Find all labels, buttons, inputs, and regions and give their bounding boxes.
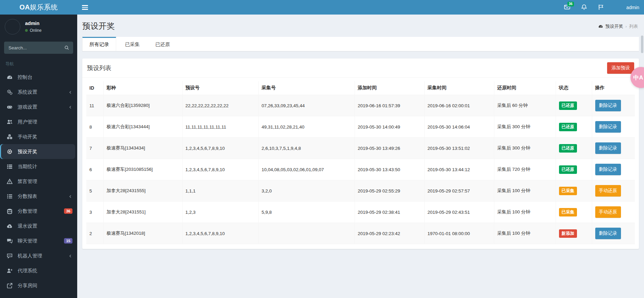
sidebar-count-badge: 36 xyxy=(64,208,72,214)
add-preset-button[interactable]: 添加预设 xyxy=(607,62,634,74)
search-icon[interactable] xyxy=(62,43,72,52)
sidebar-item-分享房间[interactable]: 分享房间 xyxy=(0,278,77,293)
sidebar-count-badge: 15 xyxy=(64,238,72,244)
cell-id: 3 xyxy=(86,202,103,223)
list-icon xyxy=(7,163,13,169)
sidebar-menu: 控制台系统设置游戏设置用户管理手动开奖预设开奖当期统计禁言管理分数报表分数管理3… xyxy=(0,70,77,298)
delete-record-button[interactable]: 删除记录 xyxy=(595,100,621,111)
cell-restore-time: 采集后 100 分钟 xyxy=(494,202,556,223)
chevron-left-icon xyxy=(68,254,72,258)
table-row: 11极速六合彩[1359280]22,22,22,22,22,22,2207,2… xyxy=(86,95,635,116)
cell-preset-numbers: 11,11,11,11,11,11,11 xyxy=(182,116,258,138)
user-plus-icon xyxy=(7,268,13,274)
cell-collected-time: 1970-01-01 08:00:00 xyxy=(424,223,494,244)
cell-added-time: 2019-05-30 13:49:26 xyxy=(355,138,424,159)
cell-collected-numbers: 49,31,11,02,28,21,40 xyxy=(258,116,355,138)
cell-status: 已还原 xyxy=(556,138,592,159)
column-header: 状态 xyxy=(556,81,592,95)
cell-added-time: 2019-05-30 14:00:49 xyxy=(355,116,424,138)
messages-icon[interactable]: 36 xyxy=(564,4,571,11)
chevron-left-icon xyxy=(68,90,72,94)
status-badge: 已还原 xyxy=(559,101,577,110)
top-navbar: OA娱乐系统 36 admin xyxy=(0,0,644,15)
notifications-bell-icon[interactable] xyxy=(581,4,588,11)
tabs-bar: 所有记录已采集已还原 xyxy=(82,37,639,51)
sidebar-item-label: 用户管理 xyxy=(18,119,72,125)
sidebar-item-控制台[interactable]: 控制台 xyxy=(0,70,77,85)
cell-id: 5 xyxy=(86,180,103,202)
cell-lottery: 极速赛车[2031085156] xyxy=(103,159,182,180)
sidebar-item-label: 机器人管理 xyxy=(18,253,68,259)
delete-record-button[interactable]: 删除记录 xyxy=(595,142,621,154)
cell-action: 删除记录 xyxy=(592,95,635,116)
sidebar-item-分数管理[interactable]: 分数管理36 xyxy=(0,204,77,219)
sidebar-item-label: 禁言管理 xyxy=(18,178,72,185)
chevron-left-icon xyxy=(68,194,72,198)
sidebar-item-label: 预设开奖 xyxy=(18,148,70,155)
breadcrumb-separator: › xyxy=(625,24,627,28)
cloud-download-icon xyxy=(7,223,13,229)
user-menu-label: admin xyxy=(626,5,639,10)
sidebar-item-聊天管理[interactable]: 聊天管理15 xyxy=(0,233,77,248)
column-header: 彩种 xyxy=(103,81,182,95)
status-badge: 已采集 xyxy=(559,187,577,195)
sidebar-item-label: 分数管理 xyxy=(18,208,64,214)
box-title: 预设列表 xyxy=(87,64,634,72)
cell-lottery: 加拿大28[2431551] xyxy=(103,202,182,223)
cell-restore-time: 采集后 100 分钟 xyxy=(494,223,556,244)
delete-record-button[interactable]: 删除记录 xyxy=(595,164,621,175)
column-header: 预设号 xyxy=(182,81,258,95)
tab-已采集[interactable]: 已采集 xyxy=(118,37,147,51)
sidebar-item-label: 分享房间 xyxy=(18,282,72,289)
logo-bold: OA xyxy=(20,3,30,11)
cell-status: 已还原 xyxy=(556,95,592,116)
tab-已还原[interactable]: 已还原 xyxy=(149,37,177,51)
sidebar-item-机器人管理[interactable]: 机器人管理 xyxy=(0,248,77,263)
robot-chat-icon xyxy=(7,253,13,259)
sidebar-item-系统设置[interactable]: 系统设置 xyxy=(0,85,77,99)
cell-restore-time: 采集后 60 分钟 xyxy=(494,95,556,116)
column-header: 采集时间 xyxy=(424,81,494,95)
users-icon xyxy=(7,119,13,125)
table-header-row: ID彩种预设号采集号添加时间采集时间还原时间状态操作 xyxy=(86,81,635,95)
cell-collected-time: 2019-05-29 02:43:51 xyxy=(424,202,494,223)
delete-record-button[interactable]: 删除记录 xyxy=(595,228,621,239)
sidebar-nav-header: 导航 xyxy=(0,54,77,70)
sidebar-item-label: 手动开奖 xyxy=(18,134,72,140)
manual-restore-button[interactable]: 手动还原 xyxy=(595,206,621,218)
breadcrumb-root[interactable]: 预设开奖 xyxy=(605,23,623,29)
sidebar-item-预设开奖[interactable]: 预设开奖 xyxy=(0,144,75,159)
user-menu[interactable]: admin xyxy=(615,3,639,12)
flag-icon[interactable] xyxy=(598,4,605,11)
sidebar-item-游戏设置[interactable]: 游戏设置 xyxy=(0,99,77,114)
sidebar-item-分数报表[interactable]: 分数报表 xyxy=(0,189,77,204)
sidebar-item-手动开奖[interactable]: 手动开奖 xyxy=(0,129,77,144)
sidebar-item-禁言管理[interactable]: 禁言管理 xyxy=(0,174,77,189)
delete-record-button[interactable]: 删除记录 xyxy=(595,121,621,133)
sidebar-item-label: 当期统计 xyxy=(18,163,72,170)
breadcrumb: 预设开奖 › 列表 xyxy=(598,23,638,29)
cell-action: 删除记录 xyxy=(592,159,635,180)
table-row: 2极速赛马[1342018]1,2,3,4,5,6,7,8,9,102019-0… xyxy=(86,223,635,244)
cell-added-time: 2019-05-29 02:23:42 xyxy=(355,223,424,244)
dashboard-icon xyxy=(7,74,13,80)
cell-action: 手动还原 xyxy=(592,180,635,202)
sidebar-item-用户管理[interactable]: 用户管理 xyxy=(0,114,77,129)
sidebar-item-代理系统[interactable]: 代理系统 xyxy=(0,263,77,278)
vertical-scrollbar-thumb[interactable] xyxy=(641,36,643,53)
tab-所有记录[interactable]: 所有记录 xyxy=(82,37,116,51)
cell-restore-time: 采集后 100 分钟 xyxy=(494,180,556,202)
cell-restore-time: 采集后 300 分钟 xyxy=(494,138,556,159)
column-header: 还原时间 xyxy=(494,81,556,95)
sidebar-item-cutoff-15[interactable] xyxy=(0,293,77,298)
cell-action: 删除记录 xyxy=(592,116,635,138)
sidebar-user-status: Online xyxy=(25,28,42,33)
sidebar-toggle-icon[interactable] xyxy=(82,4,89,10)
sidebar-item-退水设置[interactable]: 退水设置 xyxy=(0,219,77,233)
cell-status: 已采集 xyxy=(556,202,592,223)
cell-collected-time: 2019-05-30 13:51:02 xyxy=(424,138,494,159)
manual-restore-button[interactable]: 手动还原 xyxy=(595,185,621,197)
app-logo[interactable]: OA娱乐系统 xyxy=(0,0,77,15)
cell-added-time: 2019-06-16 01:57:39 xyxy=(355,95,424,116)
sidebar-item-当期统计[interactable]: 当期统计 xyxy=(0,159,77,174)
